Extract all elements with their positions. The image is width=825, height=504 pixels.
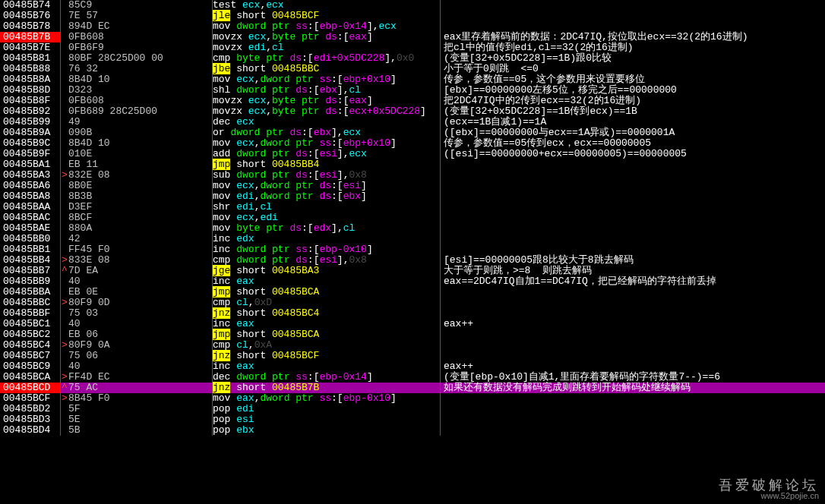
disassembly-row[interactable]: 00485BCA>FF4D ECdec dword ptr ss:[ebp-0x…: [0, 372, 825, 383]
comment-cell[interactable]: [441, 351, 825, 361]
comment-cell[interactable]: [441, 308, 825, 319]
disassembly-row[interactable]: 00485BAE880Amov byte ptr ds:[edx],cl: [0, 223, 825, 234]
comment-cell[interactable]: (变量[32+0x5DC228]==1B)跟0比较: [441, 53, 825, 64]
comment-cell[interactable]: 小于等于0则跳 <=0: [441, 64, 825, 74]
disassembly-row[interactable]: 00485B8A8B4D 10mov ecx,dword ptr ss:[ebp…: [0, 74, 825, 85]
hex-bytes-cell: 894D EC: [68, 21, 213, 32]
comment-cell[interactable]: [441, 244, 825, 255]
comment-cell[interactable]: 大于等于则跳，>=8 则跳去解码: [441, 266, 825, 276]
disassembly-row[interactable]: 00485BC940inc eaxeax++: [0, 361, 825, 372]
disassembly-row[interactable]: 00485BB042inc edx: [0, 234, 825, 244]
disassembly-row[interactable]: 00485B9F010Eadd dword ptr ds:[esi],ecx([…: [0, 149, 825, 159]
comment-cell[interactable]: [441, 21, 825, 32]
disassembly-row[interactable]: 00485B9C8B4D 10mov ecx,dword ptr ss:[ebp…: [0, 138, 825, 149]
disassembly-row[interactable]: 00485BCD^75 ACjnz short 00485B7B如果还有数据没有…: [0, 383, 825, 393]
disassembly-cell: cmp cl,0xA: [213, 340, 441, 351]
comment-cell[interactable]: [441, 202, 825, 213]
comment-cell[interactable]: 传参，参数值==05传到ecx，ecx==00000005: [441, 138, 825, 149]
disassembly-row[interactable]: 00485B8F0FB608movzx ecx,byte ptr ds:[eax…: [0, 96, 825, 106]
disassembly-row[interactable]: 00485BD45Bpop ebx: [0, 425, 825, 436]
comment-cell[interactable]: (变量[32+0x5DC228]==1B传到ecx)==1B: [441, 106, 825, 117]
comment-cell[interactable]: [ebx]==00000000左移5位，移完之后==00000000: [441, 85, 825, 96]
disassembly-row[interactable]: 00485BBF75 03jnz short 00485BC4: [0, 308, 825, 319]
disassembly-row[interactable]: 00485B7485C9test ecx,ecx: [0, 0, 825, 11]
disassembly-row[interactable]: 00485BC4>80F9 0Acmp cl,0xA: [0, 340, 825, 351]
comment-cell[interactable]: ([esi]==00000000+ecx==00000005)==0000000…: [441, 149, 825, 159]
disassembly-row[interactable]: 00485BB1FF45 F0inc dword ptr ss:[ebp-0x1…: [0, 244, 825, 255]
disassembly-row[interactable]: 00485BA68B0Emov ecx,dword ptr ds:[esi]: [0, 181, 825, 191]
comment-cell[interactable]: eax==2DC47IQ自加1==DC47IQ，把已经解码的字符往前丢掉: [441, 276, 825, 287]
disassembly-row[interactable]: 00485BC775 06jnz short 00485BCF: [0, 351, 825, 361]
disassembly-row[interactable]: 00485BA1EB 11jmp short 00485BB4: [0, 159, 825, 170]
jump-arrow-gutter: [61, 414, 68, 425]
comment-cell[interactable]: [441, 404, 825, 414]
disassembly-row[interactable]: 00485BBC>80F9 0Dcmp cl,0xD: [0, 298, 825, 308]
comment-cell[interactable]: [441, 159, 825, 170]
comment-cell[interactable]: [441, 213, 825, 223]
comment-cell[interactable]: ([ebx]==00000000与ecx==1A异或)==0000001A: [441, 128, 825, 138]
comment-cell[interactable]: 把cl中的值传到edi,cl==32(2的16进制): [441, 43, 825, 53]
disassembly-row[interactable]: 00485BD35Epop esi: [0, 414, 825, 425]
comment-cell[interactable]: [esi]==00000005跟8比较大于8跳去解码: [441, 255, 825, 266]
comment-cell[interactable]: 传参，参数值==05，这个参数用来设置要移位: [441, 74, 825, 85]
disassembly-row[interactable]: 00485B767E 57jle short 00485BCF: [0, 11, 825, 21]
disassembly-row[interactable]: 00485B8180BF 28C25D00 00cmp byte ptr ds:…: [0, 53, 825, 64]
disassembly-row[interactable]: 00485B7B0FB608movzx ecx,byte ptr ds:[eax…: [0, 32, 825, 43]
comment-cell[interactable]: [441, 393, 825, 404]
comment-cell[interactable]: [441, 329, 825, 340]
disassembly-cell: jnz short 00485BC4: [213, 308, 441, 319]
disassembly-row[interactable]: 00485BC2EB 06jmp short 00485BCA: [0, 329, 825, 340]
comment-cell[interactable]: [441, 287, 825, 298]
disassembly-row[interactable]: 00485BA88B3Bmov edi,dword ptr ds:[ebx]: [0, 191, 825, 202]
comment-cell[interactable]: (ecx==1B自减1)==1A: [441, 117, 825, 128]
comment-cell[interactable]: eax里存着解码前的数据：2DC47IQ,按位取出ecx==32(2的16进制): [441, 32, 825, 43]
disassembly-row[interactable]: 00485BD25Fpop edi: [0, 404, 825, 414]
disassembly-cell: movzx ecx,byte ptr ds:[eax]: [213, 32, 441, 43]
disassembly-row[interactable]: 00485B9949dec ecx(ecx==1B自减1)==1A: [0, 117, 825, 128]
comment-cell[interactable]: [441, 11, 825, 21]
comment-cell[interactable]: [441, 191, 825, 202]
disassembly-row[interactable]: 00485BB4>833E 08cmp dword ptr ds:[esi],0…: [0, 255, 825, 266]
disassembly-row[interactable]: 00485B920FB689 28C25D00movzx ecx,byte pt…: [0, 106, 825, 117]
disassembly-row[interactable]: 00485BAAD3EFshr edi,cl: [0, 202, 825, 213]
comment-cell[interactable]: 如果还有数据没有解码完成则跳转到开始解码处继续解码: [441, 383, 825, 393]
disassembly-row[interactable]: 00485B7E0FB6F9movzx edi,cl把cl中的值传到edi,cl…: [0, 43, 825, 53]
comment-cell[interactable]: [441, 181, 825, 191]
hex-bytes-cell: 5B: [68, 425, 213, 436]
comment-cell[interactable]: [441, 425, 825, 436]
address-cell: 00485BAC: [0, 213, 61, 223]
comment-cell[interactable]: [441, 414, 825, 425]
disassembly-row[interactable]: 00485B78894D ECmov dword ptr ss:[ebp-0x1…: [0, 21, 825, 32]
disassembly-row[interactable]: 00485B8876 32jbe short 00485BBC小于等于0则跳 <…: [0, 64, 825, 74]
address-cell: 00485BC4: [0, 340, 61, 351]
disassembly-row[interactable]: 00485BCF>8B45 F0mov eax,dword ptr ss:[eb…: [0, 393, 825, 404]
jump-arrow-gutter: [61, 234, 68, 244]
comment-cell[interactable]: [441, 234, 825, 244]
jump-arrow-gutter: >: [61, 170, 68, 181]
address-cell: 00485B7B: [0, 32, 61, 43]
comment-cell[interactable]: (变量[ebp-0x10]自减1,里面存着要解码的字符数量7--)==6: [441, 372, 825, 383]
hex-bytes-cell: 8BCF: [68, 213, 213, 223]
hex-bytes-cell: 7E 57: [68, 11, 213, 21]
comment-cell[interactable]: 把2DC47IQ中的2传到ecx==32(2的16进制): [441, 96, 825, 106]
disassembly-row[interactable]: 00485BB7^7D EAjge short 00485BA3大于等于则跳，>…: [0, 266, 825, 276]
disassembly-row[interactable]: 00485BC140inc eaxeax++: [0, 319, 825, 329]
comment-cell[interactable]: eax++: [441, 319, 825, 329]
disassembly-row[interactable]: 00485BA3>832E 08sub dword ptr ds:[esi],0…: [0, 170, 825, 181]
disassembly-row[interactable]: 00485BB940inc eaxeax==2DC47IQ自加1==DC47IQ…: [0, 276, 825, 287]
disassembly-row[interactable]: 00485BAC8BCFmov ecx,edi: [0, 213, 825, 223]
comment-cell[interactable]: [441, 340, 825, 351]
disassembly-row[interactable]: 00485B9A090Bor dword ptr ds:[ebx],ecx([e…: [0, 128, 825, 138]
disassembly-row[interactable]: 00485B8DD323shl dword ptr ds:[ebx],cl[eb…: [0, 85, 825, 96]
comment-cell[interactable]: [441, 223, 825, 234]
address-cell: 00485BA3: [0, 170, 61, 181]
comment-cell[interactable]: eax++: [441, 361, 825, 372]
jump-arrow-gutter: [61, 308, 68, 319]
jump-arrow-gutter: [61, 53, 68, 64]
comment-cell[interactable]: [441, 298, 825, 308]
disassembly-row[interactable]: 00485BBAEB 0Ejmp short 00485BCA: [0, 287, 825, 298]
comment-cell[interactable]: [441, 0, 825, 11]
address-cell: 00485BBF: [0, 308, 61, 319]
comment-cell[interactable]: [441, 170, 825, 181]
disassembly-listing[interactable]: 00485B7485C9test ecx,ecx00485B767E 57jle…: [0, 0, 825, 436]
